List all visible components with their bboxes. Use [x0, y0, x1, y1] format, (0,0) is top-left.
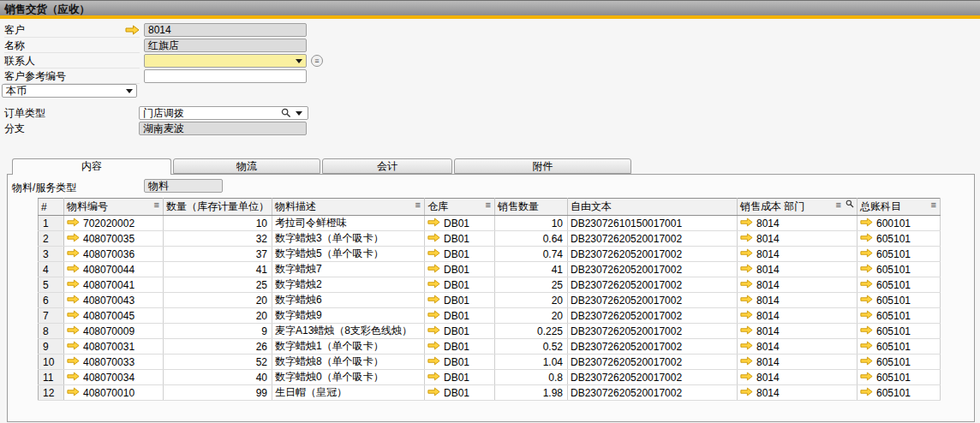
cell-qty[interactable]: 26	[164, 339, 272, 354]
cell-warehouse[interactable]: DB01	[425, 370, 495, 385]
link-arrow-icon[interactable]	[740, 233, 753, 245]
cell-free-text[interactable]: DB23072620520017002	[568, 247, 738, 262]
customer-name-field[interactable]: 红旗店	[144, 39, 307, 52]
cell-sales-qty[interactable]: 0.8	[495, 370, 568, 385]
link-arrow-icon[interactable]	[427, 295, 440, 307]
cell-cost-dept[interactable]: 8014	[738, 262, 858, 277]
cell-desc[interactable]: 数字蜡烛7	[272, 262, 425, 277]
cell-gl-account[interactable]: 605101	[858, 293, 941, 308]
cell-free-text[interactable]: DB23072610150017001	[568, 216, 738, 231]
cell-gl-account[interactable]: 605101	[858, 247, 941, 262]
link-arrow-icon[interactable]	[67, 341, 80, 353]
link-arrow-icon[interactable]	[427, 264, 440, 276]
column-header-gl-account[interactable]: ≡总账科目	[858, 199, 941, 216]
cell-sales-qty[interactable]: 0.74	[495, 247, 568, 262]
cell-item-no[interactable]: 408070035	[64, 231, 164, 247]
link-arrow-icon[interactable]	[427, 341, 440, 353]
link-arrow-icon[interactable]	[67, 310, 80, 322]
cell-cost-dept[interactable]: 8014	[738, 339, 858, 354]
cell-sales-qty[interactable]: 1.98	[495, 385, 568, 401]
cell-qty[interactable]: 25	[164, 277, 272, 293]
cell-free-text[interactable]: DB23072620520017002	[568, 308, 738, 324]
link-arrow-icon[interactable]	[67, 279, 80, 291]
chevron-down-icon[interactable]	[126, 89, 133, 93]
cell-free-text[interactable]: DB23072620520017002	[568, 293, 738, 308]
cell-cost-dept[interactable]: 8014	[738, 385, 858, 401]
link-arrow-icon[interactable]	[740, 341, 753, 353]
cell-free-text[interactable]: DB23072620520017002	[568, 339, 738, 354]
link-arrow-icon[interactable]	[740, 279, 753, 291]
cell-num[interactable]: 7	[39, 308, 64, 324]
link-arrow-icon[interactable]	[427, 248, 440, 260]
cell-num[interactable]: 3	[39, 247, 64, 262]
cell-desc[interactable]: 考拉司令鲜橙味	[272, 216, 425, 231]
link-arrow-icon[interactable]	[740, 295, 753, 307]
cell-warehouse[interactable]: DB01	[425, 231, 495, 247]
cell-free-text[interactable]: DB23072620520017002	[568, 370, 738, 385]
link-arrow-icon[interactable]	[740, 217, 753, 229]
cell-warehouse[interactable]: DB01	[425, 324, 495, 339]
cell-warehouse[interactable]: DB01	[425, 385, 495, 401]
column-header-num[interactable]: #	[39, 199, 64, 216]
cell-item-no[interactable]: 702020002	[64, 216, 164, 231]
link-arrow-icon[interactable]	[67, 387, 80, 399]
cell-num[interactable]: 6	[39, 293, 64, 308]
link-arrow-icon[interactable]	[427, 387, 440, 399]
cell-qty[interactable]: 52	[164, 354, 272, 370]
filter-icon[interactable]: ≡	[154, 200, 160, 210]
cell-gl-account[interactable]: 605101	[858, 385, 941, 401]
chevron-down-icon[interactable]	[296, 111, 302, 116]
link-arrow-icon[interactable]	[860, 372, 873, 384]
link-arrow-icon[interactable]	[67, 325, 80, 337]
cell-qty[interactable]: 10	[164, 216, 272, 231]
cell-warehouse[interactable]: DB01	[425, 339, 495, 354]
link-arrow-icon[interactable]	[67, 295, 80, 307]
column-header-sales-qty[interactable]: 销售数量	[495, 199, 568, 216]
tab-accounting[interactable]: 会计	[322, 158, 452, 174]
cell-warehouse[interactable]: DB01	[425, 262, 495, 277]
cell-num[interactable]: 2	[39, 231, 64, 247]
link-arrow-icon[interactable]	[740, 248, 753, 260]
cell-sales-qty[interactable]: 10	[495, 216, 568, 231]
link-arrow-icon[interactable]	[860, 233, 873, 245]
cell-cost-dept[interactable]: 8014	[738, 247, 858, 262]
link-arrow-icon[interactable]	[740, 372, 753, 384]
cell-sales-qty[interactable]: 25	[495, 277, 568, 293]
link-arrow-icon[interactable]	[67, 233, 80, 245]
cell-sales-qty[interactable]: 0.52	[495, 339, 568, 354]
link-arrow-icon[interactable]	[427, 279, 440, 291]
link-arrow-icon[interactable]	[860, 295, 873, 307]
cell-num[interactable]: 8	[39, 324, 64, 339]
cell-sales-qty[interactable]: 0.64	[495, 231, 568, 247]
cell-item-no[interactable]: 408070033	[64, 354, 164, 370]
filter-icon[interactable]: ≡	[931, 200, 937, 210]
tab-content[interactable]: 内容	[12, 158, 171, 175]
link-arrow-icon[interactable]	[67, 217, 80, 229]
cell-cost-dept[interactable]: 8014	[738, 370, 858, 385]
cell-warehouse[interactable]: DB01	[425, 308, 495, 324]
cell-item-no[interactable]: 408070036	[64, 247, 164, 262]
link-arrow-icon[interactable]	[860, 264, 873, 276]
cell-desc[interactable]: 数字蜡烛1（单个吸卡）	[272, 339, 425, 354]
link-arrow-icon[interactable]	[740, 356, 753, 368]
link-arrow-icon[interactable]	[860, 341, 873, 353]
cell-cost-dept[interactable]: 8014	[738, 277, 858, 293]
item-service-type-field[interactable]: 物料	[144, 179, 223, 193]
filter-icon[interactable]: ≡	[415, 200, 421, 210]
contact-combobox[interactable]	[144, 54, 307, 68]
link-arrow-icon[interactable]	[860, 310, 873, 322]
cell-warehouse[interactable]: DB01	[425, 216, 495, 231]
cell-qty[interactable]: 37	[164, 247, 272, 262]
customer-ref-field[interactable]	[144, 69, 307, 83]
cell-qty[interactable]: 20	[164, 308, 272, 324]
column-header-free-text[interactable]: 自由文本	[568, 199, 738, 216]
currency-combobox[interactable]: 本币	[2, 84, 137, 98]
cell-gl-account[interactable]: 605101	[858, 262, 941, 277]
branch-field[interactable]: 湖南麦波	[139, 122, 307, 135]
link-arrow-icon[interactable]	[740, 325, 753, 337]
cell-item-no[interactable]: 408070010	[64, 385, 164, 401]
cell-qty[interactable]: 40	[164, 370, 272, 385]
link-arrow-icon[interactable]	[740, 264, 753, 276]
cell-desc[interactable]: 数字蜡烛2	[272, 277, 425, 293]
link-arrow-icon[interactable]	[427, 217, 440, 229]
